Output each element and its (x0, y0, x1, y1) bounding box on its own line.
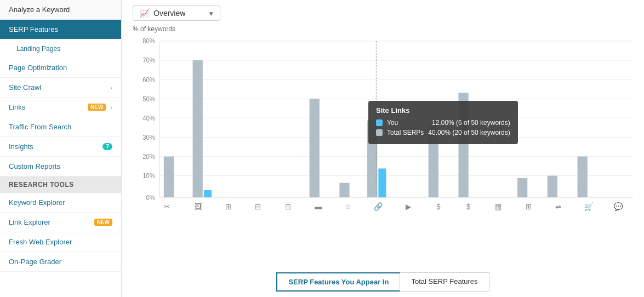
svg-rect-29 (458, 93, 468, 197)
main-content: 📈 Overview ▾ % of keywords 80% 70% 60% (122, 0, 644, 297)
svg-rect-25 (367, 121, 377, 197)
sidebar-item-analyze-keyword[interactable]: Analyze a Keyword (0, 0, 121, 20)
svg-text:☆: ☆ (345, 203, 351, 212)
svg-rect-32 (578, 157, 588, 198)
chart-area: 80% 70% 60% 50% 40% 30% 20% 10% 0% (133, 35, 633, 268)
sidebar: Analyze a Keyword SERP Features Landing … (0, 0, 122, 297)
svg-rect-31 (548, 176, 557, 197)
sidebar-item-link-explorer[interactable]: Link Explorer NEW (0, 213, 121, 232)
tab-total-serp-features[interactable]: Total SERP Features (400, 272, 489, 292)
sidebar-item-landing-pages[interactable]: Landing Pages (0, 39, 121, 58)
svg-rect-22 (204, 190, 212, 197)
new-badge-link-explorer: NEW (94, 219, 112, 226)
sidebar-item-links[interactable]: Links NEW › (0, 98, 121, 117)
svg-rect-20 (164, 157, 174, 198)
svg-text:🖼: 🖼 (195, 203, 202, 212)
svg-text:60%: 60% (143, 76, 155, 83)
insights-badge: 7 (102, 143, 112, 150)
chevron-right-icon: › (110, 84, 112, 91)
svg-text:▶: ▶ (406, 203, 412, 212)
chevron-right-icon: › (110, 104, 112, 111)
svg-text:$: $ (466, 203, 471, 212)
svg-rect-30 (517, 178, 527, 197)
svg-rect-28 (429, 125, 438, 198)
svg-text:0%: 0% (146, 193, 155, 201)
sidebar-item-custom-reports[interactable]: Custom Reports (0, 157, 121, 176)
overview-dropdown[interactable]: 📈 Overview ▾ (133, 5, 220, 21)
sidebar-item-keyword-explorer[interactable]: Keyword Explorer (0, 193, 121, 213)
svg-text:🔗: 🔗 (374, 202, 383, 212)
svg-text:20%: 20% (143, 153, 155, 160)
svg-text:10%: 10% (143, 172, 155, 179)
sidebar-item-serp-features[interactable]: SERP Features (0, 20, 121, 39)
svg-rect-23 (310, 99, 320, 197)
sidebar-item-fresh-web-explorer[interactable]: Fresh Web Explorer (0, 232, 121, 252)
dropdown-arrow-icon: ▾ (209, 9, 213, 18)
chart-tabs: SERP Features You Appear In Total SERP F… (133, 272, 633, 292)
sidebar-item-on-page-grader[interactable]: On-Page Grader (0, 252, 121, 272)
svg-text:⊟: ⊟ (255, 203, 262, 212)
svg-text:▬: ▬ (315, 203, 322, 212)
svg-text:$: $ (436, 203, 441, 212)
svg-rect-24 (339, 183, 349, 197)
new-badge: NEW (88, 104, 106, 111)
tab-serp-features-you-appear-in[interactable]: SERP Features You Appear In (276, 272, 400, 292)
svg-text:⊞: ⊞ (526, 203, 532, 212)
svg-text:⊞: ⊞ (225, 203, 232, 212)
svg-text:⊡: ⊡ (285, 203, 292, 212)
svg-text:50%: 50% (143, 95, 155, 102)
svg-text:80%: 80% (143, 37, 155, 44)
svg-text:▦: ▦ (495, 203, 501, 212)
sidebar-item-page-optimization[interactable]: Page Optimization (0, 58, 121, 78)
svg-text:40%: 40% (143, 114, 155, 121)
svg-text:✂: ✂ (164, 203, 170, 212)
svg-text:⇌: ⇌ (555, 203, 562, 212)
bar-chart: 80% 70% 60% 50% 40% 30% 20% 10% 0% (133, 35, 633, 221)
sidebar-item-traffic-from-search[interactable]: Traffic From Search (0, 117, 121, 137)
svg-text:70%: 70% (143, 56, 155, 64)
svg-text:30%: 30% (143, 133, 155, 140)
svg-rect-26 (378, 168, 386, 197)
svg-rect-21 (193, 60, 203, 197)
svg-text:💬: 💬 (614, 202, 623, 212)
sidebar-item-site-crawl[interactable]: Site Crawl › (0, 78, 121, 98)
overview-icon: 📈 (140, 9, 149, 18)
svg-text:🛒: 🛒 (584, 202, 594, 212)
sidebar-section-research-tools: Research Tools (0, 176, 121, 193)
y-axis-label: % of keywords (133, 25, 633, 33)
sidebar-item-insights[interactable]: Insights 7 (0, 137, 121, 157)
